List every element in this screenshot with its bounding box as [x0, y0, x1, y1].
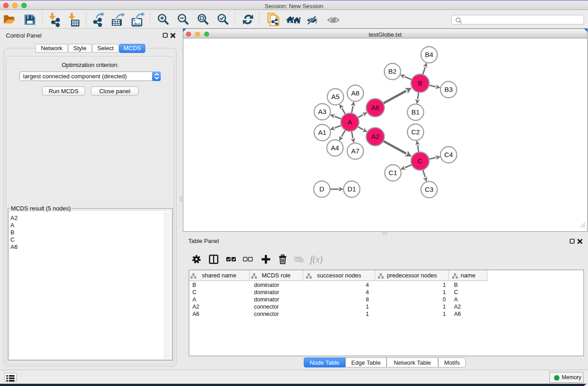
svg-text:C: C	[418, 157, 423, 165]
svg-text:C2: C2	[411, 128, 420, 136]
svg-text:C1: C1	[388, 169, 397, 176]
svg-text:B4: B4	[425, 51, 433, 58]
svg-text:B3: B3	[445, 86, 453, 93]
svg-text:A6: A6	[371, 104, 379, 111]
svg-text:A: A	[348, 118, 352, 126]
svg-text:D1: D1	[347, 185, 356, 193]
svg-text:A7: A7	[351, 147, 359, 155]
svg-text:A5: A5	[331, 93, 339, 100]
svg-text:C4: C4	[444, 151, 453, 158]
svg-text:A8: A8	[351, 89, 359, 97]
svg-text:A1: A1	[318, 129, 326, 136]
svg-text:f(x): f(x)	[310, 254, 323, 265]
svg-text:B2: B2	[388, 67, 397, 75]
svg-text:B1: B1	[411, 108, 420, 116]
svg-text:B: B	[418, 79, 422, 87]
svg-text:C3: C3	[425, 186, 433, 193]
svg-text:A2: A2	[371, 133, 379, 140]
svg-text:A3: A3	[318, 108, 326, 115]
svg-text:A4: A4	[331, 144, 339, 152]
svg-text:D: D	[320, 185, 325, 193]
